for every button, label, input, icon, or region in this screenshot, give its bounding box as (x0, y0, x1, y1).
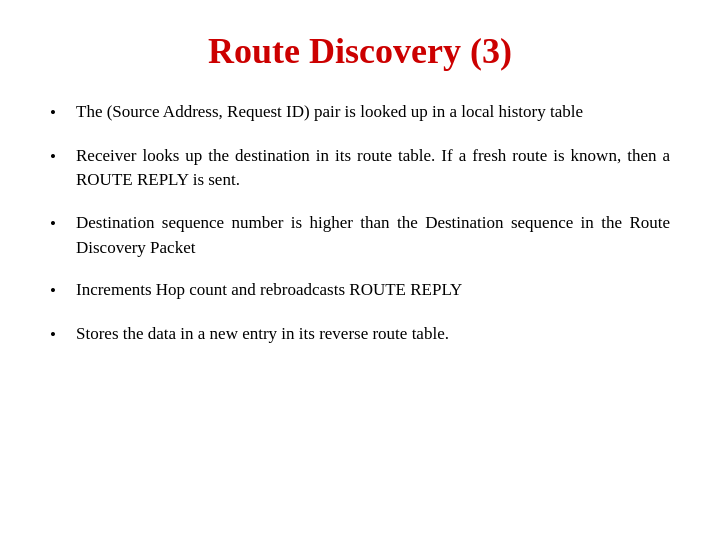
list-item: • The (Source Address, Request ID) pair … (50, 100, 670, 126)
bullet-list: • The (Source Address, Request ID) pair … (50, 100, 670, 347)
bullet-text-2: Receiver looks up the destination in its… (76, 144, 670, 193)
bullet-text-4: Increments Hop count and rebroadcasts RO… (76, 278, 670, 303)
bullet-dot: • (50, 212, 68, 237)
bullet-text-1: The (Source Address, Request ID) pair is… (76, 100, 670, 125)
bullet-text-5: Stores the data in a new entry in its re… (76, 322, 670, 347)
bullet-dot: • (50, 101, 68, 126)
bullet-dot: • (50, 279, 68, 304)
bullet-dot: • (50, 323, 68, 348)
bullet-dot: • (50, 145, 68, 170)
slide-container: Route Discovery (3) • The (Source Addres… (0, 0, 720, 540)
list-item: • Destination sequence number is higher … (50, 211, 670, 260)
slide-title: Route Discovery (3) (50, 30, 670, 72)
list-item: • Increments Hop count and rebroadcasts … (50, 278, 670, 304)
list-item: • Stores the data in a new entry in its … (50, 322, 670, 348)
bullet-text-3: Destination sequence number is higher th… (76, 211, 670, 260)
list-item: • Receiver looks up the destination in i… (50, 144, 670, 193)
